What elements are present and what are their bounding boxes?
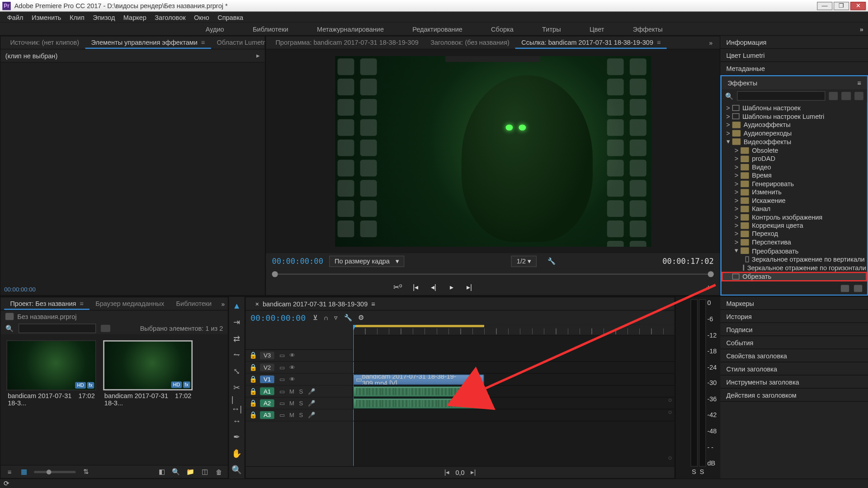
filter-32bit-icon[interactable]	[842, 92, 851, 100]
panel-accordion-item[interactable]: Свойства заголовка	[720, 349, 868, 362]
new-bin-icon[interactable]	[841, 285, 849, 292]
clear-icon[interactable]: 🗑	[215, 468, 223, 476]
list-view-icon[interactable]: ≡	[5, 468, 14, 476]
maximize-button[interactable]: ❐	[834, 1, 849, 9]
panel-accordion-item[interactable]: Действия с заголовком	[720, 389, 868, 402]
project-search-input[interactable]	[19, 324, 96, 333]
effects-tree-folder[interactable]: >Аудиопереходы	[722, 129, 867, 137]
workspace-color[interactable]: Цвет	[582, 23, 611, 34]
effects-tree-folder[interactable]: >Контроль изображения	[722, 213, 867, 221]
effects-tree-preset[interactable]: >Шаблоны настроек	[722, 104, 867, 112]
menu-clip[interactable]: Клип	[66, 12, 88, 22]
razor-tool-icon[interactable]: ✂	[231, 382, 242, 393]
go-to-in-icon[interactable]: |◂	[410, 282, 421, 293]
program-scrubber[interactable]	[272, 269, 713, 280]
panel-accordion-item[interactable]: История	[720, 310, 868, 323]
workspace-libraries[interactable]: Библиотеки	[245, 23, 295, 34]
project-item[interactable]: HDfxbandicam 2017-07-31 18-3...17:02	[7, 340, 96, 408]
effects-tree-effect[interactable]: Зеркальное отражение по вертикали	[722, 255, 867, 263]
timeline-tracks[interactable]: ▭ bandicam 2017-07-31 18-38-19-309.mp4 […	[353, 325, 675, 466]
chevron-right-icon[interactable]: ▸	[256, 52, 260, 60]
step-forward-icon[interactable]: ▸|	[464, 282, 475, 293]
workspace-assembly[interactable]: Сборка	[484, 23, 520, 34]
effects-tree-folder[interactable]: >Изменить	[722, 188, 867, 196]
program-tabs-overflow[interactable]: »	[705, 39, 716, 46]
minimize-button[interactable]: —	[817, 1, 832, 9]
effects-tree-folder[interactable]: ▾Видеоэффекты	[722, 137, 867, 146]
workspace-titles[interactable]: Титры	[535, 23, 568, 34]
thumbnail-size-slider[interactable]	[34, 470, 75, 473]
tab-lumetri-scopes[interactable]: Области Lumetri	[211, 37, 272, 48]
sort-icon[interactable]: ⇅	[82, 468, 90, 476]
tab-media-browser[interactable]: Браузер медиаданных	[90, 298, 170, 310]
go-to-next-icon[interactable]: ▸|	[471, 469, 476, 476]
effects-tree-folder[interactable]: >proDAD	[722, 155, 867, 163]
effects-tree-folder[interactable]: >Перспектива	[722, 238, 867, 246]
track-header-v1[interactable]: 🔒V1▭👁	[245, 374, 352, 385]
go-to-prev-icon[interactable]: |◂	[444, 469, 450, 476]
panel-accordion-item[interactable]: Инструменты заголовка	[720, 375, 868, 389]
tab-project[interactable]: Проект: Без названия≡	[4, 298, 90, 310]
effects-search-input[interactable]	[737, 91, 825, 101]
tab-program[interactable]: Программа: bandicam 2017-07-31 18-38-19-…	[269, 37, 425, 48]
track-header-v2[interactable]: 🔒V2▭👁	[245, 362, 352, 374]
menu-marker[interactable]: Маркер	[120, 12, 150, 22]
effects-tree[interactable]: >Шаблоны настроек>Шаблоны настроек Lumet…	[722, 103, 867, 282]
solo-right[interactable]: S	[700, 468, 704, 475]
wrench-icon[interactable]: ⚙	[358, 314, 364, 321]
project-tabs-overflow[interactable]: »	[217, 300, 228, 307]
tab-libraries[interactable]: Библиотеки	[170, 298, 217, 310]
pen-tool-icon[interactable]: ✒	[231, 432, 242, 442]
new-bin-icon[interactable]: 📁	[186, 468, 194, 476]
program-timecode-in[interactable]: 00:00:00:00	[272, 257, 323, 266]
track-header-a3[interactable]: 🔒A3▭MS🎤	[245, 409, 352, 421]
menu-help[interactable]: Справка	[214, 12, 247, 22]
slip-tool-icon[interactable]: |↔|	[231, 399, 242, 409]
effects-tree-folder[interactable]: >Канал	[722, 204, 867, 212]
mark-in-icon[interactable]: ✂⁰	[392, 282, 403, 293]
effects-tree-folder[interactable]: >Коррекция цвета	[722, 221, 867, 229]
solo-left[interactable]: S	[692, 468, 696, 475]
playback-resolution-dropdown[interactable]: 1/2 ▾	[511, 255, 537, 267]
menu-title[interactable]: Заголовок	[151, 12, 189, 22]
tab-source[interactable]: Источник: (нет клипов)	[4, 37, 85, 48]
effects-tree-folder[interactable]: >Видео	[722, 163, 867, 171]
effects-tree-folder[interactable]: >Obsolete	[722, 146, 867, 154]
effects-tree-folder[interactable]: ▾Преобразовать	[722, 246, 867, 255]
close-button[interactable]: ✕	[850, 1, 866, 9]
tab-reference[interactable]: Ссылка: bandicam 2017-07-31 18-38-19-309…	[515, 37, 667, 48]
panel-accordion-item[interactable]: Стили заголовка	[720, 362, 868, 375]
tab-title-editor[interactable]: Заголовок: (без названия)	[425, 37, 515, 48]
effects-tree-effect[interactable]: Зеркальное отражение по горизонтали	[722, 263, 867, 272]
tab-effect-controls[interactable]: Элементы управления эффектами≡	[85, 37, 211, 48]
panel-accordion-item[interactable]: Подписи	[720, 323, 868, 336]
program-monitor[interactable]	[335, 56, 651, 247]
panel-accordion-item[interactable]: Маркеры	[720, 297, 868, 310]
rolling-edit-icon[interactable]: ⥊	[231, 350, 242, 360]
track-header-a1[interactable]: 🔒A1▭MS🎤	[245, 385, 352, 397]
track-select-forward-icon[interactable]: ⇥	[231, 317, 242, 327]
zoom-tool-icon[interactable]: 🔍	[231, 465, 242, 475]
auto-match-icon[interactable]: ◧	[157, 468, 165, 476]
track-header-v3[interactable]: 🔒V3▭👁	[245, 350, 352, 361]
program-timecode-out[interactable]: 00:00:17:02	[662, 257, 714, 266]
filter-accelerated-icon[interactable]	[829, 92, 838, 100]
workspace-editing[interactable]: Редактирование	[405, 23, 469, 34]
settings-icon[interactable]: 🔧	[547, 257, 556, 265]
project-item[interactable]: HDfxbandicam 2017-07-31 18-3...17:02	[103, 340, 193, 408]
sequence-tab[interactable]: ×bandicam 2017-07-31 18-38-19-309≡	[250, 298, 380, 309]
zoom-level[interactable]: 0,0	[456, 469, 465, 476]
panel-info[interactable]: Информация	[720, 36, 868, 49]
snap-icon[interactable]: ⊻	[313, 314, 318, 321]
filter-yuv-icon[interactable]	[854, 92, 863, 100]
menu-edit[interactable]: Изменить	[28, 12, 65, 22]
find-icon[interactable]: 🔍	[172, 468, 180, 476]
slide-tool-icon[interactable]: ↔	[231, 415, 242, 426]
workspace-audio[interactable]: Аудио	[198, 23, 231, 34]
effects-tree-folder[interactable]: >Искажение	[722, 196, 867, 204]
panel-menu-icon[interactable]: ≡	[857, 79, 861, 86]
linked-selection-icon[interactable]: ∩	[324, 314, 328, 321]
track-header-a2[interactable]: 🔒A2▭MS🎤	[245, 398, 352, 409]
add-button-icon[interactable]: ＋	[703, 282, 714, 293]
workspace-overflow[interactable]: »	[860, 25, 863, 33]
